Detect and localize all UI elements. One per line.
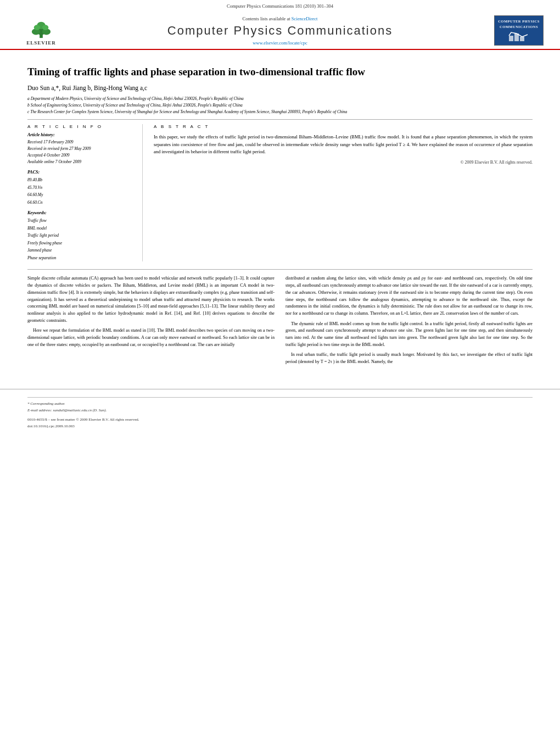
journal-title-center: Contents lists available at ScienceDirec… [66, 16, 494, 46]
divider-1 [27, 119, 533, 120]
body-section: Simple discrete cellular automata (CA) a… [27, 269, 533, 369]
article-info-panel: A R T I C L E I N F O Article history: R… [27, 124, 143, 261]
body-two-col: Simple discrete cellular automata (CA) a… [27, 275, 533, 369]
info-section: A R T I C L E I N F O Article history: R… [27, 124, 533, 261]
body-col-right: distributed at random along the lattice … [285, 275, 533, 369]
abstract-rights: © 2009 Elsevier B.V. All rights reserved… [154, 160, 533, 165]
affiliation-c: c The Research Center for Complex System… [27, 109, 533, 115]
authors-text: Duo Sun a,*, Rui Jiang b, Bing-Hong Wang… [27, 85, 147, 91]
svg-rect-7 [509, 36, 513, 41]
citation-bar: Computer Physics Communications 181 (201… [0, 0, 560, 11]
abstract-heading: A B S T R A C T [154, 124, 533, 129]
journal-main-title: Computer Physics Communications [66, 24, 494, 38]
article-content: Timing of traffic lights and phase separ… [0, 50, 560, 380]
body-col-left: Simple discrete cellular automata (CA) a… [27, 275, 275, 369]
footer-copy: 0010-4655/$ – see front matter © 2009 El… [27, 417, 533, 423]
svg-point-6 [42, 25, 48, 30]
keywords-label: Keywords: [27, 210, 137, 215]
footnote-area: * Corresponding author. E-mail address: … [27, 397, 533, 414]
logo-line2: COMMUNICATIONS [500, 24, 538, 29]
footer-copyright-block: 0010-4655/$ – see front matter © 2009 El… [27, 417, 533, 429]
journal-url: www.elsevier.com/locate/cpc [66, 40, 494, 46]
keywords-list: Traffic flow BML model Traffic light per… [27, 217, 137, 261]
logo-graphic [508, 31, 530, 42]
elsevier-logo: ELSEVIER [16, 15, 66, 46]
abstract-section: A B S T R A C T In this paper, we study … [154, 124, 533, 261]
body-p4: The dynamic rule of BML model comes up f… [285, 321, 533, 349]
body-p1: Simple discrete cellular automata (CA) a… [27, 275, 275, 324]
abstract-text: In this paper, we study the effects of t… [154, 133, 533, 155]
authors: Duo Sun a,*, Rui Jiang b, Bing-Hong Wang… [27, 85, 533, 91]
page: Computer Physics Communications 181 (201… [0, 0, 560, 742]
received-date: Received 17 February 2009 Received in re… [27, 139, 137, 165]
logo-line1: COMPUTER PHYSICS [498, 19, 540, 24]
citation-text: Computer Physics Communications 181 (201… [227, 3, 333, 9]
article-title: Timing of traffic lights and phase separ… [27, 65, 533, 79]
journal-logo-right: COMPUTER PHYSICS COMMUNICATIONS [494, 15, 544, 46]
article-info-heading: A R T I C L E I N F O [27, 124, 137, 129]
affiliations: a Department of Modern Physics, Universi… [27, 96, 533, 115]
affiliation-a: a Department of Modern Physics, Universi… [27, 96, 533, 102]
footer-corresponding: * Corresponding author. [27, 401, 533, 407]
elsevier-tree-icon [25, 18, 58, 39]
footer-doi: doi:10.1016/j.cpc.2009.10.003 [27, 423, 533, 429]
sciencedirect-link[interactable]: ScienceDirect [292, 16, 318, 21]
pacs-label: PACS: [27, 170, 137, 175]
elsevier-label: ELSEVIER [26, 40, 56, 46]
svg-rect-9 [520, 37, 524, 41]
body-p5: In real urban traffic, the traffic light… [285, 352, 533, 365]
page-footer: * Corresponding author. E-mail address: … [0, 389, 560, 434]
pacs-list: 89.40.Bb 45.70.Vn 64.60.My 64.60.Cn [27, 176, 137, 206]
body-p2: Here we repeat the formulation of the BM… [27, 327, 275, 348]
affiliation-b: b School of Engineering Science, Univers… [27, 102, 533, 108]
svg-point-5 [34, 25, 40, 30]
contents-line: Contents lists available at ScienceDirec… [66, 16, 494, 21]
article-history-label: Article history: [27, 132, 137, 137]
footer-email: E-mail address: sundu0@mailustc.edu.cn (… [27, 408, 533, 414]
journal-header: ELSEVIER Contents lists available at Sci… [0, 11, 560, 50]
body-p3: distributed at random along the lattice … [285, 275, 533, 317]
